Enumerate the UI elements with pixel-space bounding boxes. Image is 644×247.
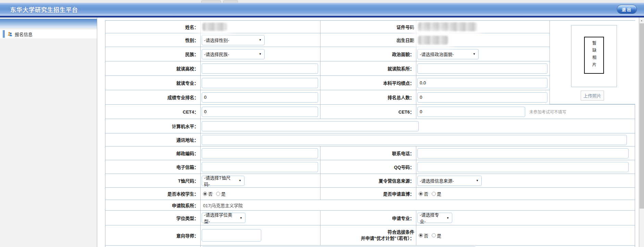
table-row: 通讯地址：: [105, 133, 635, 146]
photo-placeholder: 暂缺相片: [584, 37, 604, 74]
gpa-label: 本科平均绩点：: [320, 76, 416, 90]
sidebar-item-registration-info[interactable]: 报名信息: [0, 30, 97, 38]
postal-code-label: 邮政编码：: [105, 146, 200, 160]
name-label: 姓名：: [105, 21, 200, 33]
rank-total-input[interactable]: [417, 92, 547, 103]
applied-major-select[interactable]: -请选择专业- ▼: [417, 213, 452, 223]
ethnicity-select[interactable]: -请选择民族- ▼: [202, 49, 265, 59]
dropdown-arrow-icon: ▼: [259, 38, 262, 42]
current-department-label: 就读院系所：: [320, 61, 416, 75]
current-university-input[interactable]: [202, 63, 318, 74]
major-rank-label: 成绩专业排名：: [105, 90, 200, 104]
computer-level-input[interactable]: [202, 121, 419, 131]
local-student-radio-group: 否 是: [203, 190, 226, 197]
degree-type-select[interactable]: -请选择学位类型- ▼: [202, 213, 245, 223]
scrollbar-thumb[interactable]: [640, 23, 644, 209]
talent-plan-label: 符合选拔条件 并申请“优才计划”（若有）：: [320, 225, 416, 245]
qq-input[interactable]: [417, 162, 629, 172]
rank-total-label: 排名总人数：: [320, 90, 416, 104]
table-row: 计算机水平：: [105, 119, 635, 133]
id-number-label: 证件号码: [320, 21, 416, 33]
table-row-partial: [105, 246, 635, 247]
political-status-select[interactable]: -请选择政治面貌- ▼: [417, 49, 479, 59]
browser-tab-remnant: [201, 0, 221, 3]
dropdown-arrow-icon: ▼: [473, 52, 476, 56]
ethnicity-label: 民族：: [105, 47, 200, 61]
current-major-label: 就读专业：: [105, 76, 200, 90]
applied-major-label: 申请专业：: [320, 211, 416, 225]
id-number-value-redacted: [418, 22, 477, 31]
photo-frame: 暂缺相片: [571, 25, 617, 87]
dropdown-arrow-icon: ▼: [446, 216, 449, 220]
page-title: 东华大学研究生招生平台: [10, 5, 78, 14]
sidebar: 报名信息: [0, 17, 97, 247]
table-row: 申请院系所： 017|马克思主义学院: [105, 200, 635, 211]
birth-date-label: 出生日期: [320, 33, 416, 47]
current-department-input[interactable]: [417, 63, 547, 74]
table-row: CET4： CET6： 未参加考试可不填写: [105, 105, 635, 119]
page: 东华大学研究生招生平台 退出 报名信息 姓名： 证件号码: [0, 0, 644, 247]
tshirt-size-label: T恤尺码：: [105, 174, 200, 187]
sidebar-top-bar: [0, 19, 97, 28]
table-row: 电子信箱： QQ号码：: [105, 160, 635, 174]
cet4-input[interactable]: [202, 107, 318, 117]
cet6-input[interactable]: [417, 107, 525, 117]
table-row: T恤尺码： -请选择T恤尺码- ▼ 夏令营信息来源： -请选择信息来源- ▼: [105, 174, 635, 188]
applied-department-value: 017|马克思主义学院: [202, 202, 243, 209]
email-input[interactable]: [202, 162, 318, 172]
cet6-label: CET6：: [320, 105, 416, 119]
gender-label: 性别：: [105, 33, 200, 47]
dropdown-arrow-icon: ▼: [240, 216, 242, 220]
cet6-note: 未参加考试可不填写: [529, 109, 566, 115]
photo-panel: 暂缺相片 上传照片: [550, 21, 635, 104]
supervisor-label: 意向导师：: [105, 225, 200, 245]
phone-input[interactable]: [417, 148, 629, 158]
info-source-select[interactable]: -请选择信息来源- ▼: [417, 176, 482, 186]
browser-tab-remnant: [223, 0, 238, 3]
sidebar-item-label: 报名信息: [15, 31, 33, 37]
browser-strip: [0, 0, 644, 3]
vertical-scrollbar[interactable]: ▲: [639, 17, 644, 247]
current-university-label: 就读高校：: [105, 61, 200, 75]
gender-select[interactable]: -请选择性别- ▼: [202, 35, 265, 45]
radio-yes[interactable]: [216, 192, 220, 196]
qq-label: QQ号码：: [320, 160, 416, 174]
birth-date-value-redacted: [418, 36, 448, 45]
major-rank-input[interactable]: [202, 92, 318, 103]
supervisor-input[interactable]: [202, 229, 261, 242]
direct-phd-label: 是否申请直博：: [320, 188, 416, 200]
gpa-input[interactable]: [417, 78, 547, 88]
logout-button[interactable]: 退出: [617, 5, 637, 14]
table-row: 邮政编码： 联系电话：: [105, 146, 635, 160]
radio-no[interactable]: [203, 192, 207, 196]
info-source-label: 夏令营信息来源：: [320, 174, 416, 187]
local-student-label: 是否本校学生：: [105, 188, 200, 200]
talent-plan-radio-group: 否 是: [419, 232, 441, 239]
degree-type-label: 学位类型：: [105, 211, 200, 225]
radio-yes[interactable]: [432, 192, 436, 196]
radio-no[interactable]: [419, 233, 423, 237]
phone-label: 联系电话：: [320, 146, 416, 160]
postal-code-input[interactable]: [202, 148, 318, 158]
tshirt-size-select[interactable]: -请选择T恤尺码- ▼: [202, 176, 244, 186]
table-row: 意向导师： 符合选拔条件 并申请“优才计划”（若有）： 否 是: [105, 225, 635, 246]
users-icon: [7, 31, 13, 37]
upload-photo-button[interactable]: 上传照片: [581, 91, 604, 101]
applied-department-label: 申请院系所：: [105, 200, 200, 210]
political-status-label: 政治面貌：: [320, 47, 416, 61]
dropdown-arrow-icon: ▼: [259, 52, 262, 56]
app-header: 东华大学研究生招生平台 退出: [0, 3, 644, 16]
mailing-address-label: 通讯地址：: [105, 133, 200, 146]
cet4-label: CET4：: [105, 105, 200, 119]
mailing-address-input[interactable]: [202, 135, 627, 145]
radio-no[interactable]: [419, 192, 423, 196]
table-row: 是否本校学生： 否 是 是否申请直博： 否 是: [105, 188, 635, 200]
scroll-up-arrow-icon[interactable]: ▲: [639, 17, 644, 23]
name-value-redacted: [202, 23, 227, 31]
computer-level-label: 计算机水平：: [105, 119, 200, 133]
current-major-input[interactable]: [202, 78, 318, 88]
dropdown-arrow-icon: ▼: [239, 179, 241, 182]
table-row: 学位类型： -请选择学位类型- ▼ 申请专业： -请选择专业- ▼: [105, 211, 635, 225]
radio-yes[interactable]: [432, 233, 436, 237]
email-label: 电子信箱：: [105, 160, 200, 174]
